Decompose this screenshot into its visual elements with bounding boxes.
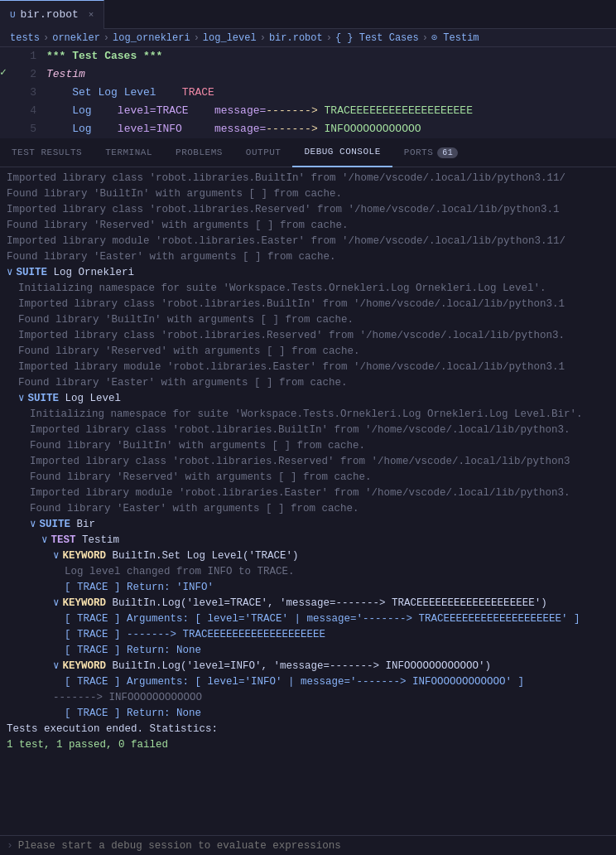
tab-filename: bir.robot [21, 8, 79, 21]
tab-bar: U bir.robot × [0, 0, 616, 29]
breadcrumb-testim[interactable]: ⊙ Testim [431, 31, 479, 44]
breadcrumb-test-cases[interactable]: { } Test Cases [335, 32, 419, 44]
console-line: Imported library module 'robot.libraries… [0, 360, 616, 375]
breadcrumb-log-level[interactable]: log_level [203, 32, 257, 44]
collapse-arrow[interactable]: ∨ [53, 659, 60, 674]
editor-line-3: 3 Set Log Level TRACE [0, 84, 616, 102]
tab-problems[interactable]: PROBLEMS [164, 138, 234, 167]
console-line: [ TRACE ] Arguments: [ level='INFO' | me… [0, 674, 616, 690]
console-line: [ TRACE ] Return: None [0, 643, 616, 659]
tab-ports[interactable]: PORTS 61 [392, 138, 470, 167]
console-line: Log level changed from INFO to TRACE. [0, 564, 616, 580]
breadcrumb: tests › ornekler › log_ornekleri › log_l… [0, 29, 616, 47]
collapse-arrow[interactable]: ∨ [41, 533, 48, 548]
console-line: Found library 'BuiltIn' with arguments [… [0, 186, 616, 202]
console-line: Found library 'Easter' with arguments [ … [0, 249, 616, 265]
console-line: Found library 'BuiltIn' with arguments [… [0, 312, 616, 328]
suite-bir[interactable]: ∨ SUITE Bir [0, 517, 616, 533]
suite-log-ornekleri[interactable]: ∨ SUITE Log Ornekleri [0, 265, 616, 281]
console-line: Found library 'BuiltIn' with arguments [… [0, 438, 616, 454]
suite-log-level[interactable]: ∨ SUITE Log Level [0, 391, 616, 407]
editor: 1 *** Test Cases *** ✓ 2 Testim 3 Set Lo… [0, 47, 616, 138]
keyword-log-info[interactable]: ∨ KEYWORD BuiltIn.Log('level=INFO', 'mes… [0, 659, 616, 674]
debug-input[interactable] [18, 840, 609, 852]
breadcrumb-log-ornekleri[interactable]: log_ornekleri [113, 32, 190, 44]
console-line: [ TRACE ] Return: 'INFO' [0, 580, 616, 596]
tab-terminal[interactable]: TERMINAL [94, 138, 164, 167]
console-line: Initializing namespace for suite 'Worksp… [0, 281, 616, 297]
editor-line-5: 5 Log level=INFO message=-------> INFOOO… [0, 120, 616, 138]
console-line: Imported library module 'robot.libraries… [0, 485, 616, 501]
editor-line-1: 1 *** Test Cases *** [0, 47, 616, 65]
tab-output[interactable]: OUTPUT [234, 138, 293, 167]
breadcrumb-file[interactable]: bir.robot [269, 32, 323, 44]
console-line: Found library 'Easter' with arguments [ … [0, 501, 616, 517]
keyword-set-log-level[interactable]: ∨ KEYWORD BuiltIn.Set Log Level('TRACE') [0, 548, 616, 564]
collapse-arrow[interactable]: ∨ [30, 517, 36, 533]
console-line: Found library 'Reserved' with arguments … [0, 470, 616, 485]
keyword-log-trace[interactable]: ∨ KEYWORD BuiltIn.Log('level=TRACE', 'me… [0, 596, 616, 611]
console-line: Imported library class 'robot.libraries.… [0, 454, 616, 470]
console-line: Imported library class 'robot.libraries.… [0, 202, 616, 218]
console-line: Imported library class 'robot.libraries.… [0, 171, 616, 186]
console-line: Tests execution ended. Statistics: [0, 722, 616, 737]
collapse-arrow[interactable]: ∨ [53, 596, 60, 611]
ports-badge: 61 [437, 147, 458, 158]
panel: TEST RESULTS TERMINAL PROBLEMS OUTPUT DE… [0, 138, 616, 855]
console-output[interactable]: Imported library class 'robot.libraries.… [0, 167, 616, 835]
robot-icon: U [10, 10, 16, 20]
console-line: Imported library class 'robot.libraries.… [0, 297, 616, 312]
collapse-arrow[interactable]: ∨ [7, 265, 13, 281]
input-prompt: › [7, 839, 13, 852]
console-line: Imported library class 'robot.libraries.… [0, 328, 616, 344]
console-line: Imported library module 'robot.libraries… [0, 234, 616, 249]
console-line: [ TRACE ] Arguments: [ level='TRACE' | m… [0, 611, 616, 627]
breadcrumb-ornekler[interactable]: ornekler [52, 32, 100, 44]
console-line: -------> INFOOOOOOOOOOOO [0, 690, 616, 706]
collapse-arrow[interactable]: ∨ [18, 391, 25, 407]
breadcrumb-tests[interactable]: tests [10, 32, 40, 44]
tab-test-results[interactable]: TEST RESULTS [0, 138, 94, 167]
editor-line-2: ✓ 2 Testim [0, 65, 616, 84]
test-testim[interactable]: ∨ TEST Testim [0, 533, 616, 548]
console-line: Initializing namespace for suite 'Worksp… [0, 407, 616, 423]
console-line: Found library 'Easter' with arguments [ … [0, 375, 616, 391]
active-tab[interactable]: U bir.robot × [0, 0, 104, 29]
console-line: 1 test, 1 passed, 0 failed [0, 737, 616, 753]
editor-line-4: 4 Log level=TRACE message=-------> TRACE… [0, 102, 616, 120]
console-line: Found library 'Reserved' with arguments … [0, 344, 616, 360]
console-line: Imported library class 'robot.libraries.… [0, 423, 616, 438]
tab-close-button[interactable]: × [89, 10, 94, 20]
panel-tab-bar: TEST RESULTS TERMINAL PROBLEMS OUTPUT DE… [0, 138, 616, 167]
tab-debug-console[interactable]: DEBUG CONSOLE [292, 138, 392, 167]
debug-input-line: › [0, 835, 616, 855]
console-line: [ TRACE ] Return: None [0, 706, 616, 722]
collapse-arrow[interactable]: ∨ [53, 548, 60, 564]
console-line: [ TRACE ] -------> TRACEEEEEEEEEEEEEEEEE… [0, 627, 616, 643]
console-line: Found library 'Reserved' with arguments … [0, 218, 616, 234]
